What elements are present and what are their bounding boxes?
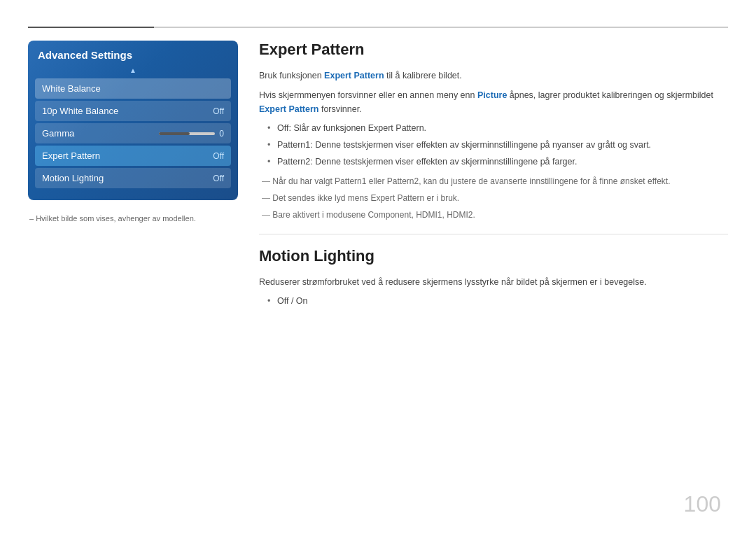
motion-lighting-section: Motion Lighting Reduserer strømforbruket… [259, 247, 728, 308]
menu-item-label-motion-lighting: Motion Lighting [42, 173, 104, 183]
expand-arrow-icon: ▲ [35, 66, 231, 74]
motion-lighting-description: Reduserer strømforbruket ved å redusere … [259, 275, 728, 289]
advanced-settings-title: Advanced Settings [35, 49, 231, 61]
em-dash-pattern-note: Når du har valgt Pattern1 eller Pattern2… [262, 175, 728, 188]
expert-pattern-bold-2: Expert Pattern [259, 104, 318, 114]
picture-bold: Picture [477, 90, 507, 100]
component-ref: Component [368, 210, 411, 220]
left-note: – Hvilket bilde som vises, avhenger av m… [28, 214, 238, 223]
top-border-line [28, 27, 728, 28]
expert-pattern-detail: Hvis skjermmenyen forsvinner eller en an… [259, 88, 728, 116]
expert-pattern-section: Expert Pattern Bruk funksjonen Expert Pa… [259, 41, 728, 221]
menu-item-label-white-balance: White Balance [42, 83, 101, 94]
menu-item-label-10p-white-balance: 10p White Balance [42, 106, 118, 116]
motion-lighting-bullet-list: Off / On [267, 295, 728, 308]
menu-item-white-balance[interactable]: White Balance [35, 78, 231, 99]
bullet-pattern1: Pattern1: Denne testskjermen viser effek… [267, 139, 728, 152]
bullet-off: Off: Slår av funksjonen Expert Pattern. [267, 122, 728, 135]
expert-pattern-sound-ref: Expert Pattern [370, 193, 424, 203]
motion-lighting-title: Motion Lighting [259, 247, 728, 265]
right-panel: Expert Pattern Bruk funksjonen Expert Pa… [259, 41, 728, 315]
pattern2-bold: Pattern2 [277, 157, 310, 167]
pattern2-ref: Pattern2 [387, 176, 419, 186]
menu-item-value-10p-white-balance: Off [213, 106, 224, 116]
hdmi2-ref: HDMI2 [447, 210, 472, 220]
expert-pattern-title: Expert Pattern [259, 41, 728, 59]
hdmi1-ref: HDMI1 [416, 210, 442, 220]
left-panel: Advanced Settings ▲ White Balance 10p Wh… [28, 41, 238, 223]
section-divider [259, 234, 728, 234]
menu-item-value-expert-pattern: Off [213, 151, 224, 161]
menu-item-label-expert-pattern: Expert Pattern [42, 150, 100, 161]
bullet-pattern2: Pattern2: Denne testskjermen viser effek… [267, 155, 728, 169]
page-number: 100 [684, 491, 721, 517]
menu-item-gamma[interactable]: Gamma 0 [35, 123, 231, 143]
expert-pattern-bold-1: Expert Pattern [324, 71, 384, 80]
menu-item-motion-lighting[interactable]: Motion Lighting Off [35, 168, 231, 188]
slider-bar [159, 132, 215, 135]
menu-item-expert-pattern[interactable]: Expert Pattern Off [35, 146, 231, 166]
off-bold: Off [277, 123, 288, 133]
expert-pattern-intro: Bruk funksjonen Expert Pattern til å kal… [259, 69, 728, 83]
advanced-settings-box: Advanced Settings ▲ White Balance 10p Wh… [28, 41, 238, 200]
pattern1-ref: Pattern1 [335, 176, 366, 186]
pattern1-bold: Pattern1 [277, 140, 310, 150]
menu-item-10p-white-balance[interactable]: 10p White Balance Off [35, 101, 231, 121]
em-dash-modes-note: Bare aktivert i modusene Component, HDMI… [262, 209, 728, 221]
gamma-slider-container: 0 [159, 129, 224, 139]
em-dash-sound-note: Det sendes ikke lyd mens Expert Pattern … [262, 192, 728, 204]
menu-item-value-motion-lighting: Off [213, 174, 224, 183]
bullet-off-on: Off / On [267, 295, 728, 308]
menu-item-value-gamma: 0 [219, 129, 224, 139]
expert-pattern-bullet-list: Off: Slår av funksjonen Expert Pattern. … [267, 122, 728, 168]
off-on-bold: Off / On [277, 296, 308, 306]
slider-fill [159, 132, 190, 135]
menu-item-label-gamma: Gamma [42, 128, 74, 139]
